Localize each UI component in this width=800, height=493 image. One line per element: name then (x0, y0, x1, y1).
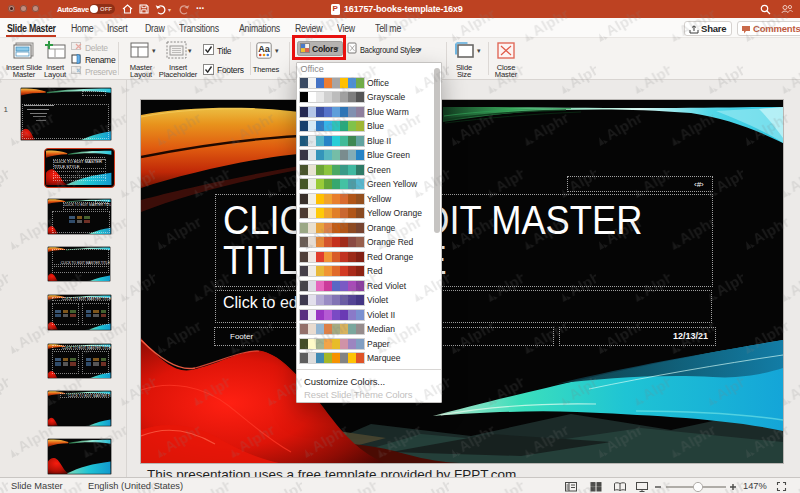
svg-text:Aa: Aa (258, 43, 270, 53)
